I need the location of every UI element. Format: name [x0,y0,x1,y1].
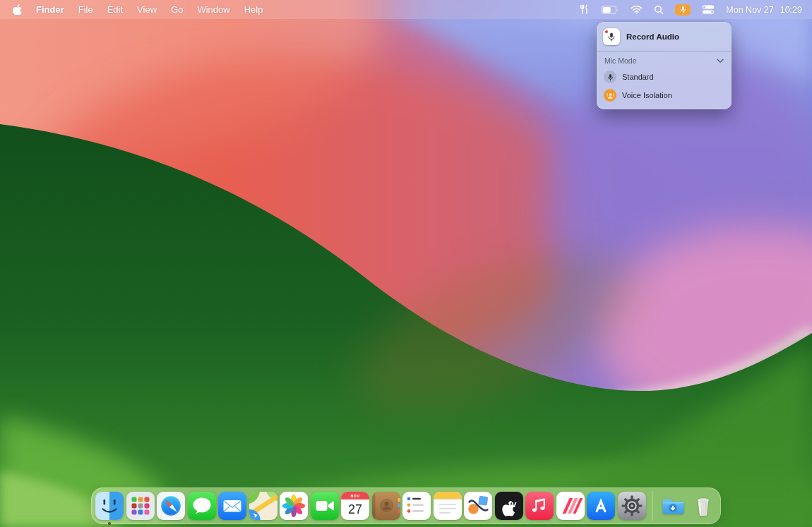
calendar-month-text: NOV [350,494,359,498]
menu-item-file[interactable]: File [71,0,100,19]
dock-item-contacts[interactable] [372,492,400,520]
mic-mode-option-voice-isolation[interactable]: Voice Isolation [597,86,732,104]
dock-item-facetime[interactable] [311,492,339,520]
dock-separator [652,491,652,521]
dock-item-messages[interactable] [188,492,216,520]
dock-item-downloads[interactable] [659,492,687,520]
dock-item-tv[interactable]: tv [495,492,523,520]
dock-item-system-settings[interactable] [618,492,646,520]
apple-logo-icon [13,4,22,16]
dock-item-finder[interactable] [95,492,124,520]
calendar-day-text: 27 [348,502,362,516]
record-audio-app-icon [603,28,620,45]
dock-item-notes[interactable] [434,492,462,520]
option-label: Standard [622,73,654,81]
menu-item-help[interactable]: Help [237,0,270,19]
dock-item-safari[interactable] [157,492,185,520]
menu-item-finder[interactable]: Finder [29,0,71,19]
record-audio-label: Record Audio [626,32,679,41]
record-audio-row[interactable]: Record Audio [597,25,732,51]
dock-item-reminders[interactable] [402,492,431,520]
voice-isolation-icon [604,89,616,102]
menu-item-edit[interactable]: Edit [100,0,130,19]
mic-recording-indicator[interactable] [669,0,696,19]
finder-running-dot [108,522,111,525]
apple-menu[interactable] [8,4,29,16]
chevron-down-icon [717,59,724,63]
menu-item-go[interactable]: Go [164,0,190,19]
dock-item-news[interactable] [556,492,585,520]
control-center-icon[interactable] [696,0,720,19]
mic-mode-option-standard[interactable]: Standard [597,68,732,86]
clock-time: 10:29 [780,5,802,15]
standard-mic-icon [604,71,616,83]
dock-item-maps[interactable] [249,492,277,520]
dock-item-mail[interactable] [218,492,246,520]
dock-item-app-store[interactable] [587,492,615,520]
menu-bar-clock[interactable]: Mon Nov 27 10:29 [720,5,804,15]
clock-date: Mon Nov 27 [726,5,773,15]
dock-item-trash[interactable] [689,492,717,520]
dock-item-music[interactable] [525,492,554,520]
search-icon[interactable] [648,0,669,19]
mic-mode-panel: Record Audio Mic Mode Standard [597,22,732,109]
option-label: Voice Isolation [622,91,672,99]
menu-bar: Finder File Edit View Go Window Help [0,0,812,19]
mic-mode-label: Mic Mode [604,56,637,65]
dock-item-launchpad[interactable] [126,492,155,520]
microphone-icon [675,4,691,16]
mic-mode-header[interactable]: Mic Mode [597,52,732,68]
dock-item-calendar[interactable]: NOV 27 [341,492,369,520]
dock-item-freeform[interactable] [464,492,492,520]
fork-knife-icon[interactable] [573,0,595,19]
dock-item-photos[interactable] [280,492,308,520]
record-dot [605,30,608,33]
menu-bar-left: Finder File Edit View Go Window Help [8,0,270,19]
menu-bar-status: Mon Nov 27 10:29 [573,0,804,19]
battery-icon[interactable] [595,0,625,19]
wifi-icon[interactable] [625,0,648,19]
menu-item-window[interactable]: Window [190,0,237,19]
tv-label-text: tv [508,499,516,509]
dock: NOV 27 [91,487,721,524]
menu-item-view[interactable]: View [130,0,164,19]
macos-desktop: Finder File Edit View Go Window Help [0,0,812,527]
